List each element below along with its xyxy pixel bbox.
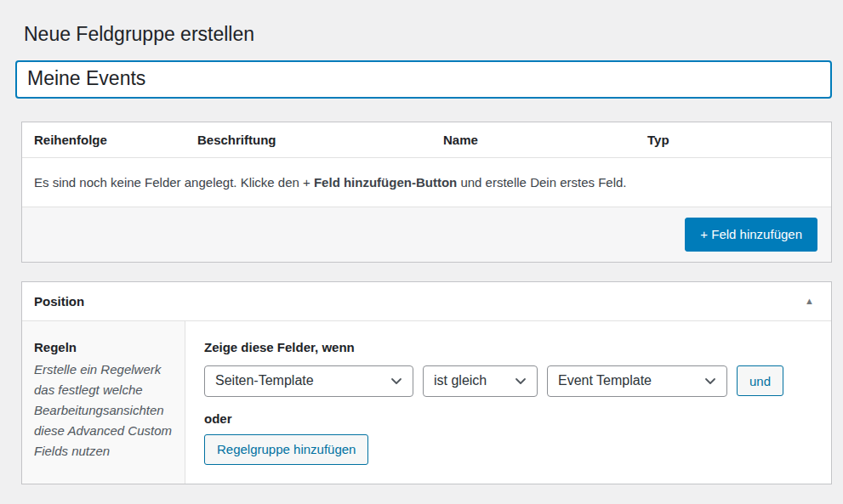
page-wrap: Neue Feldgruppe erstellen Reihenfolge Be… bbox=[0, 0, 843, 484]
rule-param-select[interactable]: Seiten-Template bbox=[204, 365, 413, 397]
rule-param-value: Seiten-Template bbox=[215, 373, 314, 388]
field-group-title-input[interactable] bbox=[15, 60, 832, 99]
rule-value-select[interactable]: Event Template bbox=[547, 365, 727, 397]
position-panel-header: Position ▲ bbox=[22, 282, 831, 321]
rule-row: Seiten-Template ist gleich Event Templat… bbox=[204, 365, 812, 397]
empty-message-pre: Es sind noch keine Felder angelegt. Klic… bbox=[34, 175, 314, 190]
page-title: Neue Feldgruppe erstellen bbox=[15, 22, 832, 48]
column-header-order: Reihenfolge bbox=[22, 122, 185, 157]
column-header-name: Name bbox=[431, 122, 635, 157]
empty-message-bold: Feld hinzufügen-Button bbox=[314, 175, 457, 190]
add-field-button[interactable]: + Feld hinzufügen bbox=[685, 218, 817, 252]
rule-value-value: Event Template bbox=[558, 373, 652, 388]
rule-operator-value: ist gleich bbox=[434, 373, 487, 388]
show-fields-label: Zeige diese Felder, wenn bbox=[204, 340, 812, 354]
rules-content: Zeige diese Felder, wenn Seiten-Template… bbox=[185, 321, 831, 484]
fields-table-panel: Reihenfolge Beschriftung Name Typ Es sin… bbox=[21, 122, 832, 263]
chevron-down-icon bbox=[514, 374, 527, 388]
add-and-rule-button[interactable]: und bbox=[737, 365, 783, 396]
fields-table-header: Reihenfolge Beschriftung Name Typ bbox=[22, 122, 831, 158]
column-header-label: Beschriftung bbox=[185, 122, 431, 157]
position-panel: Position ▲ Regeln Erstelle ein Regelwerk… bbox=[21, 281, 832, 484]
chevron-down-icon bbox=[703, 374, 717, 388]
position-panel-body: Regeln Erstelle ein Regelwerk das festle… bbox=[22, 321, 831, 484]
empty-fields-message: Es sind noch keine Felder angelegt. Klic… bbox=[22, 158, 831, 207]
rules-heading: Regeln bbox=[34, 340, 173, 354]
chevron-down-icon bbox=[390, 374, 403, 388]
collapse-arrow-icon[interactable]: ▲ bbox=[805, 297, 814, 306]
fields-table-footer: + Feld hinzufügen bbox=[22, 207, 831, 262]
position-panel-title: Position bbox=[34, 294, 84, 309]
or-label: oder bbox=[204, 411, 812, 426]
add-rule-group-button[interactable]: Regelgruppe hinzufügen bbox=[204, 434, 368, 465]
rules-description: Erstelle ein Regelwerk das festlegt welc… bbox=[34, 360, 173, 462]
rule-operator-select[interactable]: ist gleich bbox=[423, 365, 538, 397]
empty-message-post: und erstelle Dein erstes Feld. bbox=[457, 175, 626, 190]
column-header-type: Typ bbox=[635, 122, 831, 157]
rules-sidebar: Regeln Erstelle ein Regelwerk das festle… bbox=[22, 321, 185, 484]
